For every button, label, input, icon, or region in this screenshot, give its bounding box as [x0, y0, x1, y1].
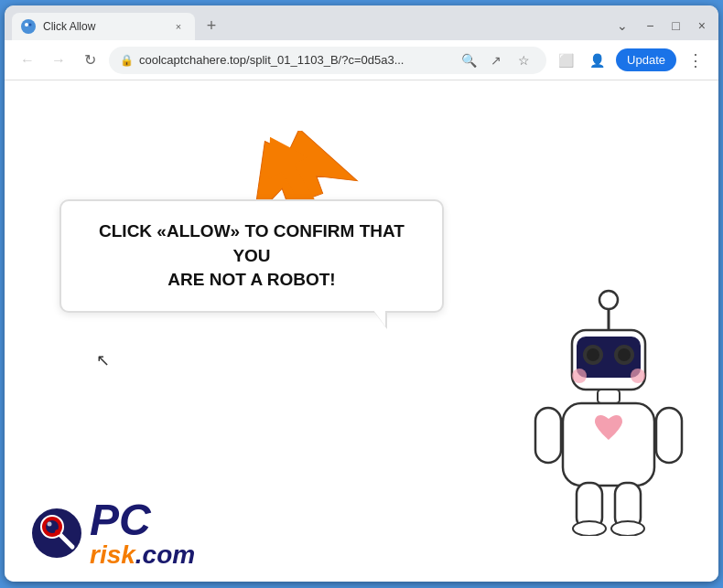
share-button[interactable]: ↗: [484, 48, 508, 72]
svg-rect-16: [598, 390, 620, 403]
url-actions: 🔍 ↗ ☆: [457, 48, 535, 72]
mouse-cursor-icon: ↖: [96, 350, 110, 370]
svg-rect-18: [535, 408, 561, 463]
svg-point-29: [55, 529, 60, 535]
svg-point-23: [611, 521, 644, 536]
title-bar: Click Allow × + ⌄ − □ ×: [5, 5, 718, 40]
page-content: CLICK «ALLOW» TO CONFIRM THAT YOU ARE NO…: [5, 80, 718, 582]
robot-illustration: [517, 280, 700, 536]
chevron-down-icon[interactable]: ⌄: [611, 16, 633, 35]
risk-logo-text: risk.com: [90, 542, 195, 568]
new-tab-button[interactable]: +: [199, 13, 224, 38]
browser-tab[interactable]: Click Allow ×: [12, 13, 195, 40]
bookmark-button[interactable]: ☆: [512, 48, 535, 72]
pc-logo-text: PC: [90, 498, 151, 542]
refresh-button[interactable]: ↻: [78, 48, 102, 72]
url-bar[interactable]: 🔒 coolcaptchahere.top/split_01_1103_B/?c…: [109, 47, 546, 74]
svg-rect-19: [656, 408, 682, 463]
minimize-button[interactable]: −: [641, 16, 659, 35]
browser-window: Click Allow × + ⌄ − □ × ← → ↻ 🔒 coolcapt…: [5, 5, 718, 582]
back-button[interactable]: ←: [16, 48, 39, 72]
maximize-button[interactable]: □: [666, 16, 685, 35]
address-bar: ← → ↻ 🔒 coolcaptchahere.top/split_01_110…: [5, 40, 718, 80]
update-button[interactable]: Update: [616, 48, 676, 71]
svg-point-22: [573, 521, 606, 536]
svg-point-7: [599, 291, 618, 309]
url-text: coolcaptchahere.top/split_01_1103_B/?c=0…: [139, 53, 451, 67]
profile-button[interactable]: 👤: [585, 48, 609, 72]
pcrisk-icon: [32, 508, 82, 559]
search-button[interactable]: 🔍: [457, 48, 480, 72]
close-button[interactable]: ×: [693, 16, 711, 35]
forward-button[interactable]: →: [47, 48, 70, 72]
speech-bubble: CLICK «ALLOW» TO CONFIRM THAT YOU ARE NO…: [59, 199, 444, 313]
svg-point-12: [587, 348, 599, 361]
svg-point-13: [618, 348, 631, 361]
menu-button[interactable]: ⋮: [684, 48, 707, 72]
svg-point-14: [572, 369, 587, 383]
logo-text: PC risk.com: [90, 498, 195, 568]
tab-close-button[interactable]: ×: [171, 19, 186, 34]
tab-favicon: [21, 19, 36, 34]
svg-point-0: [22, 20, 35, 33]
svg-point-15: [631, 369, 645, 383]
captcha-message: CLICK «ALLOW» TO CONFIRM THAT YOU ARE NO…: [84, 219, 419, 293]
svg-point-2: [29, 24, 32, 27]
svg-point-27: [48, 521, 52, 526]
window-controls: ⌄ − □ ×: [611, 16, 711, 35]
svg-rect-17: [563, 403, 654, 486]
tab-title: Click Allow: [43, 20, 164, 33]
svg-point-1: [25, 23, 28, 27]
split-view-button[interactable]: ⬜: [554, 48, 577, 72]
pcrisk-logo: PC risk.com: [32, 498, 195, 568]
lock-icon: 🔒: [120, 54, 134, 67]
